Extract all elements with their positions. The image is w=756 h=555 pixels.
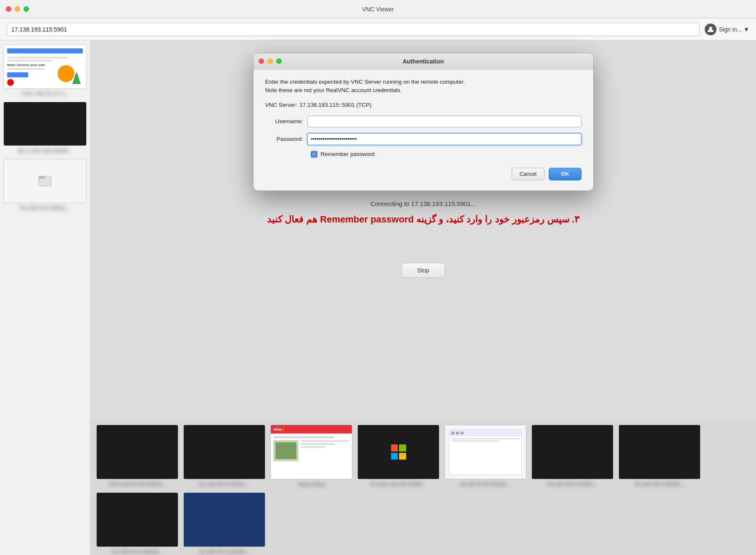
grid-item-ebay[interactable]: ebay |: [270, 425, 352, 487]
remember-password-label: Remember password: [321, 151, 375, 157]
dialog-buttons: Cancel OK: [265, 168, 582, 180]
grid-item-2[interactable]: 33-100-50-5-50001...: [183, 425, 265, 487]
stop-button[interactable]: Stop: [402, 263, 445, 278]
content-area: Authentication Enter the credentials exp…: [90, 40, 756, 555]
server-label: VNC Server:: [265, 102, 297, 108]
dialog-titlebar: Authentication: [254, 53, 593, 69]
grid-thumb-r2-2: [619, 425, 700, 479]
password-label: Password:: [265, 136, 307, 142]
sidebar-thumb-chrome: Make Chrome your own: [3, 45, 87, 89]
grid-label-r2-2: 33-100-50-5-50002...: [619, 481, 700, 487]
grid-item-r2-1[interactable]: 33-100-50-5-50001...: [531, 425, 613, 487]
connecting-text: Connecting to 17.138.193.115:5901...: [370, 200, 476, 207]
app-title: VNC Viewer: [362, 6, 394, 13]
addressbar: Sign in... ▼: [0, 18, 756, 40]
grid-label-windows: 33-100-120-30-30005...: [357, 481, 439, 487]
username-input[interactable]: [307, 116, 582, 127]
remember-password-checkbox[interactable]: ✓: [311, 151, 317, 158]
sidebar-label-2: 55-1-200-120-00048...: [3, 148, 87, 154]
svg-rect-2: [39, 176, 45, 179]
minimize-button[interactable]: [15, 6, 20, 12]
grid-item-r2-3[interactable]: 33-100-50-5-50003...: [96, 492, 178, 555]
grid-thumb-1: [96, 425, 178, 479]
grid-label-r2-3: 33-100-50-5-50003...: [96, 549, 178, 555]
auth-dialog: Authentication Enter the credentials exp…: [253, 53, 594, 191]
user-icon: [705, 24, 716, 35]
address-input[interactable]: [7, 23, 700, 36]
persian-instruction: ۳. سپس رمزعبور خود را وارد کنید، و گزینه…: [259, 214, 588, 225]
grid-item-1[interactable]: 200-130-50-30-30003...: [96, 425, 178, 487]
dialog-traffic-lights: [259, 58, 282, 64]
grid-label-2: 33-100-50-5-50001...: [183, 481, 265, 487]
dialog-close-button[interactable]: [259, 58, 264, 64]
password-input[interactable]: [307, 133, 582, 145]
grid-label-1: 200-130-50-30-30003...: [96, 481, 178, 487]
grid-thumb-2: [183, 425, 265, 479]
dialog-title: Authentication: [403, 58, 444, 65]
sidebar-item-black1[interactable]: 55-1-200-120-00048...: [3, 102, 87, 154]
dialog-server-row: VNC Server: 17.138.193.115::5901 (TCP): [265, 102, 582, 108]
close-button[interactable]: [6, 6, 11, 12]
dialog-maximize-button[interactable]: [276, 58, 282, 64]
password-row: Password:: [265, 133, 582, 145]
grid-label-r2-1: 33-100-50-5-50001...: [531, 481, 613, 487]
traffic-lights: [6, 6, 29, 12]
grid-thumb-windows: [357, 425, 439, 479]
grid-thumb-r2-1: [531, 425, 613, 479]
sidebar-thumb-files: [3, 159, 87, 203]
thumbnail-grid: 200-130-50-30-30003... 33-100-50-5-50001…: [90, 420, 756, 555]
dialog-body: Enter the credentials expected by VNC Se…: [254, 69, 593, 190]
grid-item-r2-4[interactable]: 33-100-50-5-50004...: [183, 492, 265, 555]
signin-button[interactable]: Sign in... ▼: [705, 24, 749, 35]
grid-thumb-r2-4: [183, 492, 265, 547]
server-value: 17.138.193.115::5901 (TCP): [299, 102, 371, 108]
cancel-button[interactable]: Cancel: [512, 168, 545, 180]
grid-thumb-ebay: ebay |: [270, 425, 352, 479]
sidebar-label-1: VNC 100 18 47 0...: [3, 90, 87, 97]
windows-logo: [391, 444, 406, 460]
grid-thumb-r2-3: [96, 492, 178, 547]
maximize-button[interactable]: [24, 6, 29, 12]
sidebar-item-chrome[interactable]: Make Chrome your own VNC 100 18 47 0...: [3, 45, 87, 97]
grid-label-ebay: ebay listing: [270, 481, 352, 487]
sidebar: Make Chrome your own VNC 100 18 47 0... …: [0, 40, 90, 555]
grid-item-r2-2[interactable]: 33-100-50-5-50002...: [619, 425, 700, 487]
grid-label-r2-4: 33-100-50-5-50004...: [183, 549, 265, 555]
main-content: Make Chrome your own VNC 100 18 47 0... …: [0, 40, 756, 555]
ok-button[interactable]: OK: [549, 168, 582, 180]
sidebar-label-3: 33-100-50-5-50001...: [3, 205, 87, 211]
remember-password-row: ✓ Remember password: [265, 151, 582, 158]
grid-item-windows[interactable]: 33-100-120-30-30005...: [357, 425, 439, 487]
sidebar-thumb-black1: [3, 102, 87, 146]
grid-item-files2[interactable]: 20-30-30-30-30001...: [444, 425, 526, 487]
sidebar-item-files[interactable]: 33-100-50-5-50001...: [3, 159, 87, 211]
grid-label-files2: 20-30-30-30-30001...: [444, 481, 526, 487]
username-row: Username:: [265, 116, 582, 127]
username-label: Username:: [265, 118, 307, 124]
stop-area: Stop: [402, 263, 445, 278]
titlebar: VNC Viewer: [0, 0, 756, 18]
dialog-minimize-button[interactable]: [267, 58, 273, 64]
grid-thumb-files2: [444, 425, 526, 479]
signin-label: Sign in... ▼: [719, 26, 749, 33]
dialog-description: Enter the credentials expected by VNC Se…: [265, 78, 582, 95]
